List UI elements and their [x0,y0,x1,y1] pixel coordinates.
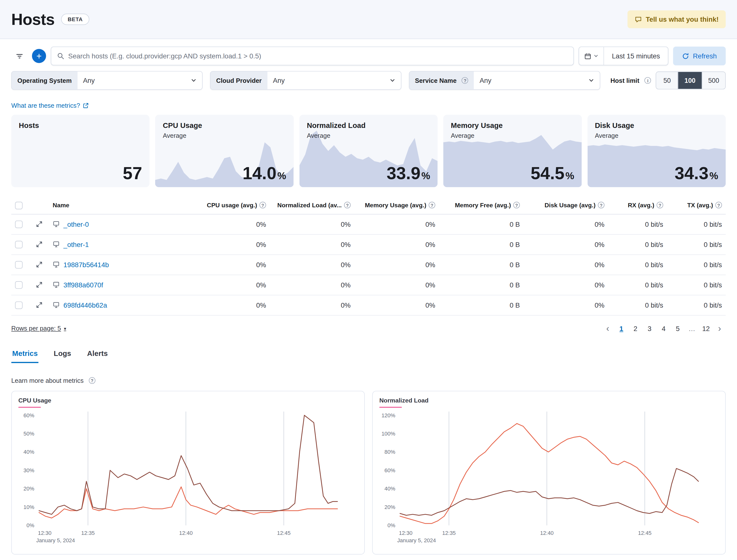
operating-system-label: Operating System [12,71,77,89]
service-name-dropdown[interactable]: Any [474,71,599,89]
rows-per-page-button[interactable]: Rows per page: 5 ▾ [11,325,66,332]
expand-cell [32,295,49,315]
metric-value: 0 B [439,275,523,295]
filter-label-text: Cloud Provider [216,77,262,84]
column-header-tx-avg[interactable]: TX (avg.)? [667,199,726,214]
host-name-link[interactable]: 19887b56414b [64,261,109,268]
cpu-usage-plot: 12:3012:3512:4012:45January 5, 20240%10%… [18,409,358,550]
checkbox-cell [11,275,32,295]
host-name-link[interactable]: 698fd446b62a [64,301,107,309]
column-label: Disk Usage (avg.) [545,202,596,209]
row-checkbox[interactable] [15,221,23,228]
metric-value: 0% [355,295,439,315]
page-button-3[interactable]: 3 [643,322,656,335]
metric-value: 0% [270,214,354,234]
what-are-these-metrics-link[interactable]: What are these metrics? [11,102,80,109]
info-icon: ? [598,202,604,209]
column-label: CPU usage (avg.) [207,202,257,209]
metric-value: 0 bit/s [608,295,667,315]
learn-more-label: Learn more about metrics [11,377,84,384]
kpi-subtitle: Average [595,132,718,139]
page-button-2[interactable]: 2 [629,322,642,335]
metric-value: 0 B [439,254,523,275]
operating-system-dropdown[interactable]: Any [77,71,202,89]
line-series-series-1 [39,487,338,518]
metric-value: 0% [355,275,439,295]
kpi-unit: % [565,170,574,182]
calendar-dropdown-button[interactable] [579,47,604,65]
checkbox-cell [11,214,32,234]
select-all-cell [11,199,32,214]
column-header-memory-usage-avg[interactable]: Memory Usage (avg.)? [355,199,439,214]
row-checkbox[interactable] [15,281,23,289]
selected-value: Any [273,77,285,84]
expand-row-button[interactable] [36,261,43,268]
column-label: Normalized Load (av... [277,202,342,209]
page-button-1[interactable]: 1 [615,322,628,335]
table-row: 698fd446b62a0%0%0%0 B0%0 bit/s0 bit/s [11,295,726,315]
column-label: Memory Free (avg.) [455,202,511,209]
kpi-title: Normalized Load [307,121,430,130]
expand-row-button[interactable] [36,221,43,228]
column-header-memory-free-avg[interactable]: Memory Free (avg.)? [439,199,523,214]
time-range-button[interactable]: Last 15 minutes [604,52,668,60]
refresh-button[interactable]: Refresh [673,47,726,65]
filter-icon [15,52,23,60]
y-tick-label: 60% [384,467,395,473]
metric-value: 0 bit/s [667,214,726,234]
column-header-name[interactable]: Name [49,199,176,214]
prev-page-button[interactable]: ‹ [601,322,614,335]
tab-alerts[interactable]: Alerts [86,349,109,363]
feedback-button[interactable]: Tell us what you think! [627,10,726,28]
page-button-5[interactable]: 5 [671,322,684,335]
column-header-disk-usage-avg[interactable]: Disk Usage (avg.)? [524,199,608,214]
kpi-card-disk-usage: Disk UsageAverage34.3% [587,115,726,187]
row-checkbox[interactable] [15,241,23,248]
y-tick-label: 20% [384,504,395,510]
tab-logs[interactable]: Logs [53,349,72,363]
host-name-link[interactable]: _other-0 [64,220,89,228]
table-row: 3ff988a6070f0%0%0%0 B0%0 bit/s0 bit/s [11,275,726,295]
metric-value: 0% [355,254,439,275]
search-input[interactable] [68,52,568,60]
calendar-icon [584,53,591,60]
name-cell: 19887b56414b [49,254,176,275]
host-limit-option-500[interactable]: 500 [702,72,725,89]
host-limit-group: 50100500 [656,71,726,89]
expand-row-button[interactable] [36,281,43,288]
expand-row-button[interactable] [36,301,43,309]
column-header-normalized-load-av[interactable]: Normalized Load (av...? [270,199,354,214]
y-tick-label: 120% [381,412,395,419]
row-checkbox[interactable] [15,261,23,269]
host-name-link[interactable]: _other-1 [64,241,89,248]
cloud-provider-dropdown[interactable]: Any [267,71,401,89]
expand-row-button[interactable] [36,241,43,248]
hosts-table: NameCPU usage (avg.)?Normalized Load (av… [11,199,726,315]
table-row: 19887b56414b0%0%0%0 B0%0 bit/s0 bit/s [11,254,726,275]
host-name-link[interactable]: 3ff988a6070f [64,281,103,289]
normalized-load-chart-panel: Normalized Load 12:3012:3512:4012:45Janu… [372,391,726,554]
info-icon: ? [428,202,435,209]
y-tick-label: 0% [27,522,35,528]
y-tick-label: 30% [23,467,34,473]
page-header: Hosts BETA Tell us what you think! [0,0,737,39]
metric-value: 0% [176,254,270,275]
expand-icon [36,221,43,228]
row-checkbox[interactable] [15,301,23,309]
kpi-number: 33.9 [386,164,420,183]
page-button-4[interactable]: 4 [657,322,670,335]
column-header-rx-avg[interactable]: RX (avg.)? [608,199,667,214]
page-button-12[interactable]: 12 [699,322,712,335]
next-page-button[interactable]: › [714,322,726,335]
x-tick-label: 12:45 [638,530,651,536]
host-limit-option-50[interactable]: 50 [656,72,678,89]
column-header-cpu-usage-avg[interactable]: CPU usage (avg.)? [176,199,270,214]
filter-button[interactable] [11,48,27,65]
select-all-checkbox[interactable] [15,202,23,209]
add-filter-button[interactable]: + [32,49,46,63]
kpi-number: 57 [123,164,142,183]
search-box [51,47,574,65]
host-limit-option-100[interactable]: 100 [678,72,702,89]
time-picker: Last 15 minutes [579,47,668,65]
tab-metrics[interactable]: Metrics [11,349,39,363]
